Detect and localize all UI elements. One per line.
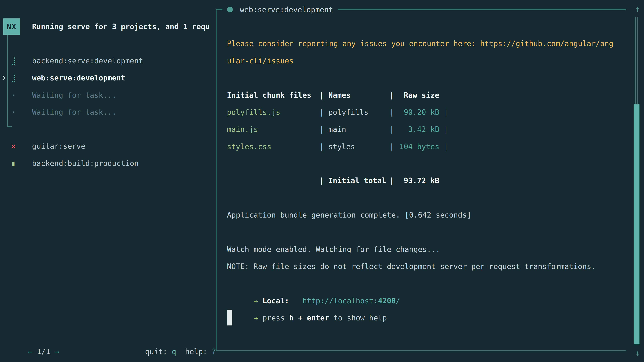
waiting-dot-icon: · [10, 87, 18, 104]
running-bullet-icon [227, 7, 233, 12]
task-label: web:serve:development [32, 69, 125, 86]
scrollbar-track[interactable] [636, 17, 638, 104]
help-label: help: [185, 347, 212, 356]
quit-key: q [172, 347, 176, 356]
initial-total-size: 93.72 kB [394, 172, 439, 189]
bundle-complete-line: Application bundle generation complete. … [227, 206, 471, 224]
failed-x-icon: × [10, 138, 18, 155]
scrollbar-thumb[interactable] [634, 104, 640, 345]
task-label: backend:build:production [32, 155, 139, 172]
chunk-size: 104 bytes [394, 138, 439, 155]
task-row-waiting-1[interactable]: · Waiting for task... [0, 87, 208, 104]
chunk-size: 90.20 kB [394, 104, 439, 121]
header-names: Names [328, 87, 390, 104]
scroll-up-arrow[interactable]: ↑ [632, 1, 643, 16]
spinner-icon: ⣸ [10, 69, 18, 86]
help-hint-line: → press h + enter to show help [227, 292, 387, 309]
local-url-line: → Local: http://localhost:4200/ [227, 275, 400, 292]
chunk-table-row: polyfills.js| polyfills|90.20 kB | [227, 104, 448, 121]
chunk-name: styles [328, 138, 390, 155]
spinner-icon: ⣸ [10, 52, 18, 69]
task-label: Waiting for task... [32, 87, 116, 104]
terminal-cursor [228, 310, 232, 326]
success-bar-icon: ▮ [10, 155, 18, 172]
output-panel-title: web:serve:development [222, 1, 338, 18]
chunk-name: main [328, 121, 390, 138]
note-line: NOTE: Raw file sizes do not reflect deve… [227, 258, 596, 275]
waiting-dot-icon: · [10, 104, 18, 121]
chunk-file: main.js [227, 121, 320, 138]
nx-tui-screen: NX Running serve for 3 projects, and 1 r… [0, 0, 644, 362]
pagination: ← 1/1 → [10, 326, 59, 343]
task-label: backend:serve:development [32, 52, 143, 69]
quit-label: quit: [145, 347, 172, 356]
page-next-arrow[interactable]: → [55, 347, 59, 356]
shortcut-hints: quit: q help: ? [127, 326, 216, 343]
chunk-file: styles.css [227, 138, 320, 155]
chunk-file: polyfills.js [227, 104, 320, 121]
nx-logo: NX [3, 18, 20, 35]
help-keys: h + enter [289, 314, 329, 322]
page-prev-arrow[interactable]: ← [28, 347, 32, 356]
scroll-down-arrow[interactable]: ↓ [632, 346, 643, 361]
task-row-waiting-2[interactable]: · Waiting for task... [0, 104, 208, 121]
task-label: guitar:serve [32, 138, 85, 155]
task-row-backend-serve[interactable]: ⣸ backend:serve:development [0, 52, 208, 69]
header-initial-chunk-files: Initial chunk files [227, 87, 320, 104]
help-key: ? [212, 347, 216, 356]
sidebar-header: Running serve for 3 projects, and 1 requ [32, 18, 215, 35]
task-row-web-serve[interactable]: ⣸ web:serve:development [0, 69, 208, 86]
initial-total-label: Initial total [328, 172, 390, 189]
issue-notice-line2: ular-cli/issues [227, 52, 294, 69]
chunk-table-row: main.js| main|3.42 kB | [227, 121, 448, 138]
selected-chevron-icon [1, 75, 5, 80]
page-indicator: 1/1 [32, 347, 54, 356]
initial-total-row: | Initial total|93.72 kB [227, 172, 439, 189]
issue-notice-line1: Please consider reporting any issues you… [227, 35, 614, 52]
chunk-table-header: Initial chunk files| Names|Raw size [227, 87, 439, 104]
chunk-table-row: styles.css| styles|104 bytes | [227, 138, 448, 155]
panel-title-text: web:serve:development [240, 5, 333, 14]
task-row-backend-build[interactable]: ▮ backend:build:production [0, 155, 208, 172]
arrow-icon: → [245, 314, 262, 322]
header-raw-size: Raw size [394, 87, 439, 104]
watch-mode-line: Watch mode enabled. Watching for file ch… [227, 241, 440, 258]
task-label: Waiting for task... [32, 104, 116, 121]
chunk-name: polyfills [328, 104, 390, 121]
task-row-guitar-serve[interactable]: × guitar:serve [0, 138, 208, 155]
chunk-size: 3.42 kB [394, 121, 439, 138]
